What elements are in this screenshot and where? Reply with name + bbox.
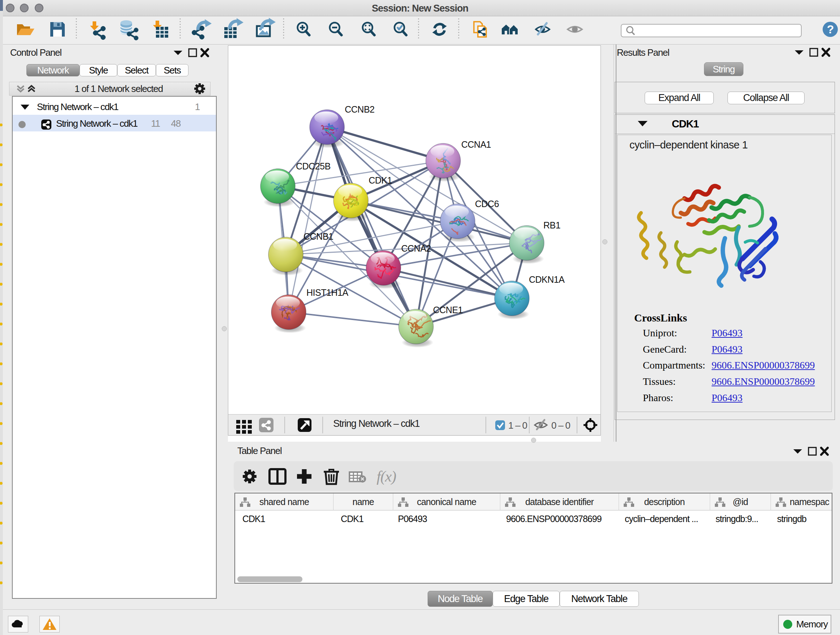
svg-text:CDKN1A: CDKN1A	[529, 274, 565, 285]
svg-text:1 – 0: 1 – 0	[508, 420, 527, 431]
svg-text:CCNB1: CCNB1	[303, 231, 333, 241]
svg-text:CDK1: CDK1	[369, 175, 392, 185]
svg-text:f(x): f(x)	[377, 468, 396, 485]
svg-text:CDC25B: CDC25B	[296, 161, 331, 171]
svg-text:0 – 0: 0 – 0	[551, 420, 570, 431]
svg-text:CCNA1: CCNA1	[461, 139, 491, 149]
svg-text:?: ?	[827, 23, 834, 36]
svg-text:CCNA2: CCNA2	[401, 243, 431, 253]
svg-text:CCNE1: CCNE1	[433, 305, 463, 315]
svg-text:CDC6: CDC6	[475, 199, 499, 209]
svg-text:RB1: RB1	[543, 220, 561, 230]
svg-text:HIST1H1A: HIST1H1A	[306, 287, 348, 298]
svg-text:CCNB2: CCNB2	[345, 104, 374, 114]
